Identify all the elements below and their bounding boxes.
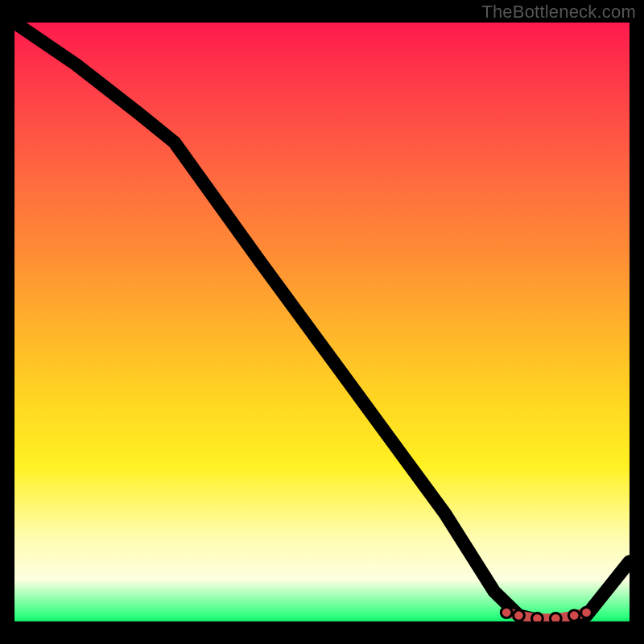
chart-root: TheBottleneck.com — [0, 0, 644, 644]
attribution-text: TheBottleneck.com — [481, 2, 636, 23]
chart-plot-area — [14, 23, 630, 621]
